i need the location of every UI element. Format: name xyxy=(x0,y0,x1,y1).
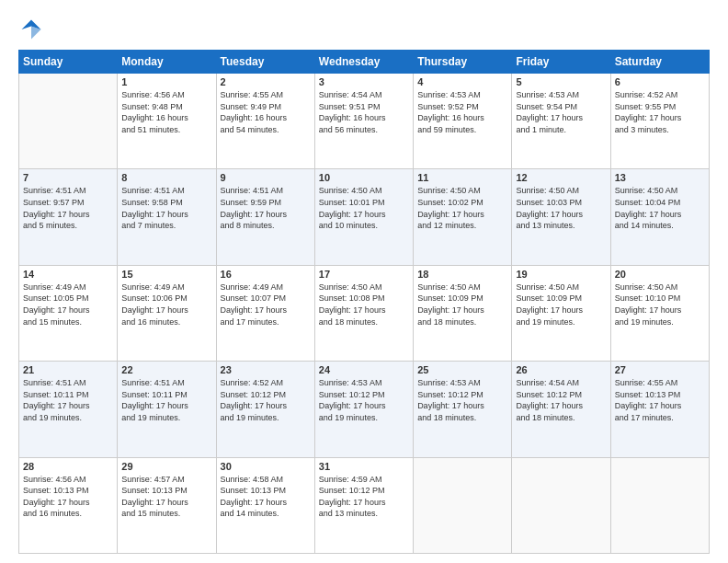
day-info: Sunrise: 4:50 AM Sunset: 10:03 PM Daylig… xyxy=(516,185,606,231)
day-info: Sunrise: 4:52 AM Sunset: 9:55 PM Dayligh… xyxy=(615,89,705,135)
day-number: 17 xyxy=(319,269,409,280)
day-info: Sunrise: 4:50 AM Sunset: 10:04 PM Daylig… xyxy=(615,185,705,231)
calendar-cell: 9Sunrise: 4:51 AM Sunset: 9:59 PM Daylig… xyxy=(216,169,314,265)
calendar-header-saturday: Saturday xyxy=(610,51,709,74)
day-info: Sunrise: 4:51 AM Sunset: 9:57 PM Dayligh… xyxy=(23,185,113,231)
calendar-cell: 30Sunrise: 4:58 AM Sunset: 10:13 PM Dayl… xyxy=(216,457,314,553)
header xyxy=(18,17,710,42)
day-number: 9 xyxy=(221,172,311,183)
calendar-cell xyxy=(414,457,512,553)
calendar-cell: 6Sunrise: 4:52 AM Sunset: 9:55 PM Daylig… xyxy=(610,74,709,169)
day-number: 22 xyxy=(121,364,211,375)
day-number: 3 xyxy=(319,76,409,87)
calendar-cell: 8Sunrise: 4:51 AM Sunset: 9:58 PM Daylig… xyxy=(118,169,216,265)
day-number: 4 xyxy=(417,76,507,87)
calendar-cell: 15Sunrise: 4:49 AM Sunset: 10:06 PM Dayl… xyxy=(118,265,216,361)
calendar-cell: 24Sunrise: 4:53 AM Sunset: 10:12 PM Dayl… xyxy=(314,362,413,457)
day-info: Sunrise: 4:57 AM Sunset: 10:13 PM Daylig… xyxy=(121,474,211,520)
logo xyxy=(18,17,48,42)
calendar-cell: 13Sunrise: 4:50 AM Sunset: 10:04 PM Dayl… xyxy=(610,169,709,265)
day-number: 25 xyxy=(417,364,507,375)
calendar-cell: 14Sunrise: 4:49 AM Sunset: 10:05 PM Dayl… xyxy=(19,265,118,361)
day-info: Sunrise: 4:49 AM Sunset: 10:05 PM Daylig… xyxy=(23,282,113,327)
day-number: 13 xyxy=(615,172,705,183)
calendar-cell: 29Sunrise: 4:57 AM Sunset: 10:13 PM Dayl… xyxy=(118,457,216,553)
day-info: Sunrise: 4:55 AM Sunset: 10:13 PM Daylig… xyxy=(615,377,705,423)
day-info: Sunrise: 4:51 AM Sunset: 10:11 PM Daylig… xyxy=(121,377,211,423)
calendar-cell: 20Sunrise: 4:50 AM Sunset: 10:10 PM Dayl… xyxy=(610,265,709,361)
day-number: 1 xyxy=(121,76,211,87)
day-info: Sunrise: 4:59 AM Sunset: 10:12 PM Daylig… xyxy=(319,474,409,520)
calendar-cell: 7Sunrise: 4:51 AM Sunset: 9:57 PM Daylig… xyxy=(19,169,118,265)
calendar-cell: 5Sunrise: 4:53 AM Sunset: 9:54 PM Daylig… xyxy=(512,74,610,169)
day-number: 2 xyxy=(221,76,311,87)
day-number: 27 xyxy=(615,364,705,375)
calendar-week-row: 21Sunrise: 4:51 AM Sunset: 10:11 PM Dayl… xyxy=(19,362,710,457)
day-info: Sunrise: 4:53 AM Sunset: 9:52 PM Dayligh… xyxy=(417,89,507,135)
calendar-cell: 16Sunrise: 4:49 AM Sunset: 10:07 PM Dayl… xyxy=(216,265,314,361)
day-number: 16 xyxy=(221,269,311,280)
calendar-header-monday: Monday xyxy=(118,51,216,74)
day-number: 14 xyxy=(23,269,113,280)
day-number: 26 xyxy=(516,364,606,375)
calendar: SundayMondayTuesdayWednesdayThursdayFrid… xyxy=(18,50,710,554)
day-info: Sunrise: 4:49 AM Sunset: 10:07 PM Daylig… xyxy=(221,282,311,327)
day-info: Sunrise: 4:50 AM Sunset: 10:01 PM Daylig… xyxy=(319,185,409,231)
calendar-header-thursday: Thursday xyxy=(414,51,512,74)
day-number: 21 xyxy=(23,364,113,375)
day-info: Sunrise: 4:51 AM Sunset: 10:11 PM Daylig… xyxy=(23,377,113,423)
day-number: 29 xyxy=(121,461,211,472)
calendar-cell xyxy=(610,457,709,553)
day-info: Sunrise: 4:55 AM Sunset: 9:49 PM Dayligh… xyxy=(221,89,311,135)
calendar-cell: 19Sunrise: 4:50 AM Sunset: 10:09 PM Dayl… xyxy=(512,265,610,361)
calendar-cell: 2Sunrise: 4:55 AM Sunset: 9:49 PM Daylig… xyxy=(216,74,314,169)
day-number: 11 xyxy=(417,172,507,183)
day-number: 5 xyxy=(516,76,606,87)
day-info: Sunrise: 4:56 AM Sunset: 10:13 PM Daylig… xyxy=(23,474,113,520)
day-number: 7 xyxy=(23,172,113,183)
calendar-cell: 28Sunrise: 4:56 AM Sunset: 10:13 PM Dayl… xyxy=(19,457,118,553)
day-info: Sunrise: 4:54 AM Sunset: 10:12 PM Daylig… xyxy=(516,377,606,423)
calendar-cell: 11Sunrise: 4:50 AM Sunset: 10:02 PM Dayl… xyxy=(414,169,512,265)
day-number: 8 xyxy=(121,172,211,183)
day-number: 31 xyxy=(319,461,409,472)
logo-icon xyxy=(18,17,44,42)
day-info: Sunrise: 4:51 AM Sunset: 9:58 PM Dayligh… xyxy=(121,185,211,231)
calendar-header-sunday: Sunday xyxy=(19,51,118,74)
calendar-week-row: 7Sunrise: 4:51 AM Sunset: 9:57 PM Daylig… xyxy=(19,169,710,265)
calendar-cell: 23Sunrise: 4:52 AM Sunset: 10:12 PM Dayl… xyxy=(216,362,314,457)
calendar-cell: 4Sunrise: 4:53 AM Sunset: 9:52 PM Daylig… xyxy=(414,74,512,169)
page: SundayMondayTuesdayWednesdayThursdayFrid… xyxy=(0,0,728,563)
day-info: Sunrise: 4:52 AM Sunset: 10:12 PM Daylig… xyxy=(221,377,311,423)
calendar-header-tuesday: Tuesday xyxy=(216,51,314,74)
calendar-cell: 26Sunrise: 4:54 AM Sunset: 10:12 PM Dayl… xyxy=(512,362,610,457)
calendar-cell: 25Sunrise: 4:53 AM Sunset: 10:12 PM Dayl… xyxy=(414,362,512,457)
day-number: 30 xyxy=(221,461,311,472)
day-number: 20 xyxy=(615,269,705,280)
calendar-cell: 22Sunrise: 4:51 AM Sunset: 10:11 PM Dayl… xyxy=(118,362,216,457)
calendar-header-friday: Friday xyxy=(512,51,610,74)
calendar-week-row: 14Sunrise: 4:49 AM Sunset: 10:05 PM Dayl… xyxy=(19,265,710,361)
day-number: 18 xyxy=(417,269,507,280)
day-info: Sunrise: 4:50 AM Sunset: 10:09 PM Daylig… xyxy=(516,282,606,327)
calendar-cell: 31Sunrise: 4:59 AM Sunset: 10:12 PM Dayl… xyxy=(314,457,413,553)
calendar-week-row: 28Sunrise: 4:56 AM Sunset: 10:13 PM Dayl… xyxy=(19,457,710,553)
calendar-cell: 1Sunrise: 4:56 AM Sunset: 9:48 PM Daylig… xyxy=(118,74,216,169)
day-number: 24 xyxy=(319,364,409,375)
day-info: Sunrise: 4:50 AM Sunset: 10:02 PM Daylig… xyxy=(417,185,507,231)
calendar-week-row: 1Sunrise: 4:56 AM Sunset: 9:48 PM Daylig… xyxy=(19,74,710,169)
day-number: 28 xyxy=(23,461,113,472)
calendar-cell: 12Sunrise: 4:50 AM Sunset: 10:03 PM Dayl… xyxy=(512,169,610,265)
day-number: 12 xyxy=(516,172,606,183)
day-info: Sunrise: 4:56 AM Sunset: 9:48 PM Dayligh… xyxy=(121,89,211,135)
day-info: Sunrise: 4:53 AM Sunset: 9:54 PM Dayligh… xyxy=(516,89,606,135)
day-number: 23 xyxy=(221,364,311,375)
calendar-cell: 18Sunrise: 4:50 AM Sunset: 10:09 PM Dayl… xyxy=(414,265,512,361)
calendar-cell: 10Sunrise: 4:50 AM Sunset: 10:01 PM Dayl… xyxy=(314,169,413,265)
calendar-cell: 17Sunrise: 4:50 AM Sunset: 10:08 PM Dayl… xyxy=(314,265,413,361)
calendar-header-wednesday: Wednesday xyxy=(314,51,413,74)
day-info: Sunrise: 4:58 AM Sunset: 10:13 PM Daylig… xyxy=(221,474,311,520)
calendar-cell xyxy=(19,74,118,169)
day-info: Sunrise: 4:50 AM Sunset: 10:09 PM Daylig… xyxy=(417,282,507,327)
day-number: 6 xyxy=(615,76,705,87)
